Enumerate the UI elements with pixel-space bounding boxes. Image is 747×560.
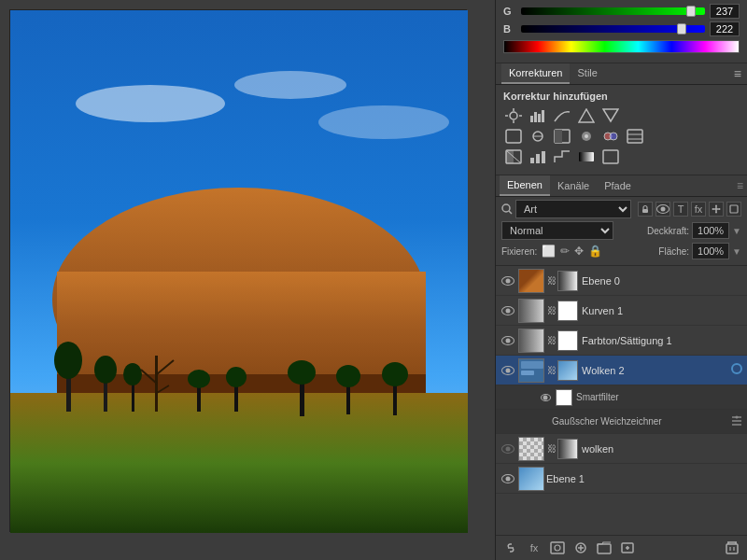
b-value[interactable] — [710, 21, 740, 36]
new-group-icon[interactable] — [595, 539, 613, 556]
tab-ebenen[interactable]: Ebenen — [500, 175, 550, 196]
fix-icon1[interactable]: ⬜ — [542, 245, 556, 258]
layer-item[interactable]: ⛓ Wolken 2 — [496, 356, 747, 385]
layer-eye[interactable] — [500, 362, 516, 379]
layer-item[interactable]: ⛓ Farbton/Sättigung 1 — [496, 326, 747, 356]
svg-rect-65 — [730, 205, 738, 213]
svg-point-45 — [585, 134, 588, 138]
ebenen-tabs: Ebenen Kanäle Pfade ≡ — [496, 175, 747, 197]
svg-rect-68 — [521, 371, 534, 375]
layer-link-icon: ⛓ — [547, 365, 557, 375]
svg-point-2 — [234, 71, 346, 99]
flache-input[interactable] — [692, 243, 729, 259]
color-bar[interactable] — [503, 40, 740, 53]
layer-fx-icon[interactable]: fx — [691, 202, 706, 217]
new-adjustment-icon[interactable] — [571, 539, 590, 556]
svg-rect-54 — [536, 154, 540, 163]
layer-thumb — [518, 437, 544, 461]
layer-eye[interactable] — [539, 391, 552, 404]
filter-item[interactable]: Gaußscher Weichzeichner — [496, 410, 747, 434]
blend-mode-select[interactable]: Normal — [501, 221, 613, 240]
opacity-label: Deckkraft: — [647, 226, 689, 236]
delete-layer-icon[interactable] — [723, 539, 741, 556]
korrekturen-menu[interactable]: ≡ — [734, 66, 741, 81]
curves-icon[interactable] — [552, 107, 572, 124]
svg-point-1 — [76, 85, 225, 122]
svg-point-13 — [123, 363, 142, 385]
fix-icon2[interactable]: ✏ — [560, 245, 570, 258]
layer-item[interactable]: ⛓ Kurven 1 — [496, 296, 747, 326]
fx-icon[interactable]: fx — [525, 539, 543, 556]
opacity-input[interactable] — [692, 222, 729, 239]
layer-move-icon[interactable] — [709, 202, 724, 217]
selectivecolor-icon[interactable] — [600, 148, 621, 165]
bw-icon[interactable] — [552, 128, 572, 145]
layer-controls: Art T fx Normal — [496, 197, 747, 266]
exposure-icon[interactable] — [576, 107, 597, 124]
layer-item[interactable]: ⛓ Ebene 0 — [496, 266, 747, 296]
flache-row: Fläche: ▼ — [658, 243, 741, 259]
svg-point-58 — [502, 204, 510, 212]
opacity-arrow[interactable]: ▼ — [732, 226, 741, 236]
svg-point-11 — [94, 356, 117, 384]
tab-korrekturen[interactable]: Korrekturen — [501, 63, 570, 84]
svg-rect-78 — [598, 544, 611, 553]
filter-options-icon[interactable] — [730, 415, 743, 428]
svg-rect-22 — [300, 379, 304, 416]
channelmixer-icon[interactable] — [600, 128, 621, 145]
svg-rect-35 — [538, 114, 541, 122]
colorbalance-icon[interactable] — [528, 128, 548, 145]
layer-eye[interactable] — [500, 332, 516, 349]
layer-eye2-icon[interactable] — [655, 202, 670, 217]
layer-text-icon[interactable]: T — [673, 202, 688, 217]
art-row: Art T fx — [501, 200, 741, 218]
brightness-icon[interactable] — [503, 107, 524, 124]
svg-rect-34 — [534, 112, 537, 122]
layer-lock2-icon[interactable] — [726, 202, 741, 217]
layer-mask — [557, 301, 578, 321]
layer-eye[interactable] — [500, 302, 516, 319]
svg-marker-37 — [579, 109, 594, 122]
layer-thumb — [518, 269, 544, 293]
svg-point-23 — [288, 360, 316, 385]
layer-link-icon: ⛓ — [547, 305, 557, 315]
b-slider[interactable] — [521, 25, 705, 33]
korr-icons-row1 — [503, 107, 740, 124]
layer-item[interactable]: Ebene 1 — [496, 464, 747, 494]
g-value[interactable] — [710, 4, 740, 19]
fix-icon4[interactable]: 🔒 — [588, 245, 602, 258]
g-slider[interactable] — [521, 7, 705, 15]
layer-item[interactable]: ⛓ wolken — [496, 434, 747, 464]
layer-eye[interactable] — [500, 273, 516, 289]
art-select[interactable]: Art — [515, 200, 631, 218]
invert-icon[interactable] — [503, 148, 524, 165]
tab-stile[interactable]: Stile — [570, 63, 604, 84]
layer-eye[interactable] — [500, 441, 516, 457]
colorlookup-icon[interactable] — [625, 128, 645, 145]
korrekturen-section: Korrektur hinzufügen — [496, 85, 747, 175]
flache-arrow[interactable]: ▼ — [732, 246, 741, 257]
vibrance-icon[interactable] — [600, 107, 621, 124]
hsl-icon[interactable] — [503, 128, 524, 145]
blend-opacity-row: Normal Deckkraft: ▼ — [501, 221, 741, 240]
add-mask-icon[interactable] — [548, 539, 567, 556]
link-layers-icon[interactable] — [501, 539, 520, 556]
smartfilter-item: Smartfilter — [496, 385, 747, 410]
layer-eye[interactable] — [500, 470, 516, 487]
threshold-icon[interactable] — [552, 148, 572, 165]
gradientmap-icon[interactable] — [576, 148, 597, 165]
g-slider-thumb[interactable] — [686, 6, 696, 17]
layer-name: Farbton/Sättigung 1 — [582, 335, 743, 346]
fix-icon3[interactable]: ✥ — [574, 245, 584, 258]
tab-pfade[interactable]: Pfade — [597, 176, 639, 195]
levels-icon[interactable] — [528, 107, 548, 124]
tab-kanale[interactable]: Kanäle — [550, 176, 597, 195]
svg-rect-60 — [642, 209, 648, 213]
posterize-icon[interactable] — [528, 148, 548, 165]
svg-line-59 — [509, 211, 512, 214]
new-layer-icon[interactable] — [618, 539, 637, 556]
ebenen-menu[interactable]: ≡ — [737, 179, 743, 192]
layer-lock-icon[interactable] — [638, 202, 653, 217]
photofilter-icon[interactable] — [576, 128, 597, 145]
b-slider-thumb[interactable] — [677, 23, 686, 35]
